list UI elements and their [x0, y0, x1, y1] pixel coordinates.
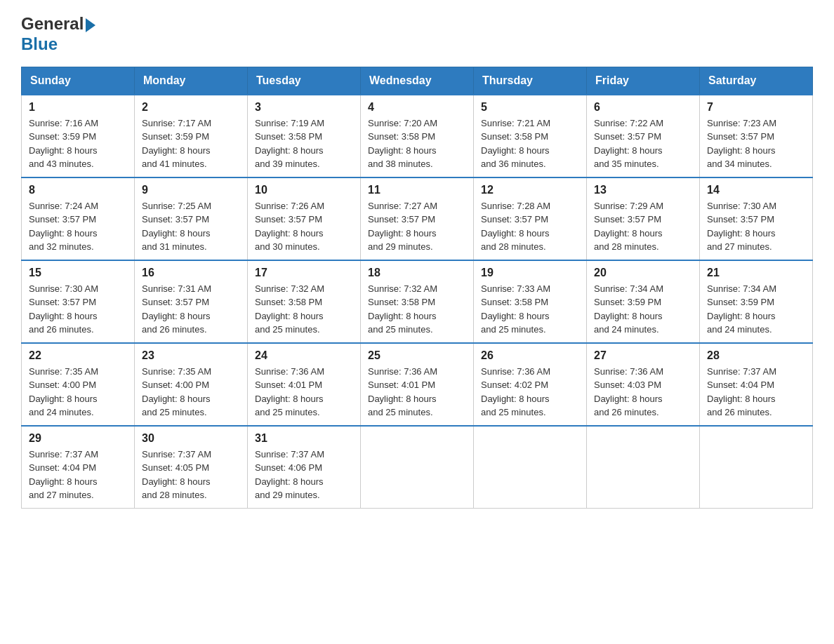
calendar-cell: 8 Sunrise: 7:24 AM Sunset: 3:57 PM Dayli…: [22, 177, 135, 260]
day-info: Sunrise: 7:36 AM Sunset: 4:03 PM Dayligh…: [594, 365, 692, 420]
calendar-cell: 18 Sunrise: 7:32 AM Sunset: 3:58 PM Dayl…: [361, 260, 474, 343]
calendar-cell: [700, 426, 813, 509]
calendar-cell: 15 Sunrise: 7:30 AM Sunset: 3:57 PM Dayl…: [22, 260, 135, 343]
calendar-cell: 4 Sunrise: 7:20 AM Sunset: 3:58 PM Dayli…: [361, 95, 474, 177]
calendar-cell: 27 Sunrise: 7:36 AM Sunset: 4:03 PM Dayl…: [587, 343, 700, 426]
calendar-cell: 2 Sunrise: 7:17 AM Sunset: 3:59 PM Dayli…: [135, 95, 248, 177]
calendar-cell: [587, 426, 700, 509]
day-number: 30: [142, 432, 240, 445]
day-number: 11: [368, 184, 466, 196]
day-number: 15: [29, 267, 127, 279]
day-number: 27: [594, 349, 692, 362]
day-info: Sunrise: 7:32 AM Sunset: 3:58 PM Dayligh…: [255, 282, 353, 337]
day-info: Sunrise: 7:37 AM Sunset: 4:04 PM Dayligh…: [29, 448, 127, 502]
day-number: 13: [594, 184, 692, 196]
day-info: Sunrise: 7:24 AM Sunset: 3:57 PM Dayligh…: [29, 199, 127, 254]
day-info: Sunrise: 7:22 AM Sunset: 3:57 PM Dayligh…: [594, 116, 692, 171]
day-number: 10: [255, 184, 353, 196]
header-wednesday: Wednesday: [361, 67, 474, 95]
calendar-cell: [361, 426, 474, 509]
day-info: Sunrise: 7:34 AM Sunset: 3:59 PM Dayligh…: [594, 282, 692, 337]
day-info: Sunrise: 7:37 AM Sunset: 4:04 PM Dayligh…: [707, 365, 805, 420]
day-info: Sunrise: 7:19 AM Sunset: 3:58 PM Dayligh…: [255, 116, 353, 171]
day-info: Sunrise: 7:36 AM Sunset: 4:01 PM Dayligh…: [368, 365, 466, 420]
header-saturday: Saturday: [700, 67, 813, 95]
calendar-cell: 1 Sunrise: 7:16 AM Sunset: 3:59 PM Dayli…: [22, 95, 135, 177]
logo-general: General: [21, 14, 84, 33]
header-tuesday: Tuesday: [248, 67, 361, 95]
calendar-cell: 12 Sunrise: 7:28 AM Sunset: 3:57 PM Dayl…: [474, 177, 587, 260]
day-number: 4: [368, 101, 466, 114]
calendar-cell: 3 Sunrise: 7:19 AM Sunset: 3:58 PM Dayli…: [248, 95, 361, 177]
day-number: 19: [481, 267, 579, 279]
day-info: Sunrise: 7:21 AM Sunset: 3:58 PM Dayligh…: [481, 116, 579, 171]
day-info: Sunrise: 7:16 AM Sunset: 3:59 PM Dayligh…: [29, 116, 127, 171]
week-row-5: 29 Sunrise: 7:37 AM Sunset: 4:04 PM Dayl…: [22, 426, 813, 509]
calendar-cell: 13 Sunrise: 7:29 AM Sunset: 3:57 PM Dayl…: [587, 177, 700, 260]
day-info: Sunrise: 7:26 AM Sunset: 3:57 PM Dayligh…: [255, 199, 353, 254]
day-info: Sunrise: 7:35 AM Sunset: 4:00 PM Dayligh…: [142, 365, 240, 420]
calendar-cell: 21 Sunrise: 7:34 AM Sunset: 3:59 PM Dayl…: [700, 260, 813, 343]
calendar-cell: 24 Sunrise: 7:36 AM Sunset: 4:01 PM Dayl…: [248, 343, 361, 426]
day-number: 16: [142, 267, 240, 279]
day-number: 25: [368, 349, 466, 362]
calendar-cell: 23 Sunrise: 7:35 AM Sunset: 4:00 PM Dayl…: [135, 343, 248, 426]
day-number: 24: [255, 349, 353, 362]
day-number: 8: [29, 184, 127, 196]
header-friday: Friday: [587, 67, 700, 95]
day-info: Sunrise: 7:32 AM Sunset: 3:58 PM Dayligh…: [368, 282, 466, 337]
day-info: Sunrise: 7:17 AM Sunset: 3:59 PM Dayligh…: [142, 116, 240, 171]
day-number: 7: [707, 101, 805, 114]
calendar-cell: 29 Sunrise: 7:37 AM Sunset: 4:04 PM Dayl…: [22, 426, 135, 509]
week-row-3: 15 Sunrise: 7:30 AM Sunset: 3:57 PM Dayl…: [22, 260, 813, 343]
day-number: 5: [481, 101, 579, 114]
calendar-cell: 6 Sunrise: 7:22 AM Sunset: 3:57 PM Dayli…: [587, 95, 700, 177]
calendar-cell: 7 Sunrise: 7:23 AM Sunset: 3:57 PM Dayli…: [700, 95, 813, 177]
logo-triangle-icon: [86, 18, 95, 32]
calendar-table: Sunday Monday Tuesday Wednesday Thursday…: [21, 67, 813, 509]
calendar-cell: 16 Sunrise: 7:31 AM Sunset: 3:57 PM Dayl…: [135, 260, 248, 343]
calendar-cell: 28 Sunrise: 7:37 AM Sunset: 4:04 PM Dayl…: [700, 343, 813, 426]
calendar-cell: 30 Sunrise: 7:37 AM Sunset: 4:05 PM Dayl…: [135, 426, 248, 509]
day-info: Sunrise: 7:23 AM Sunset: 3:57 PM Dayligh…: [707, 116, 805, 171]
calendar-cell: [474, 426, 587, 509]
day-info: Sunrise: 7:36 AM Sunset: 4:02 PM Dayligh…: [481, 365, 579, 420]
day-number: 14: [707, 184, 805, 196]
day-number: 3: [255, 101, 353, 114]
calendar-cell: 20 Sunrise: 7:34 AM Sunset: 3:59 PM Dayl…: [587, 260, 700, 343]
calendar-cell: 5 Sunrise: 7:21 AM Sunset: 3:58 PM Dayli…: [474, 95, 587, 177]
logo: General Blue: [21, 14, 98, 54]
header-monday: Monday: [135, 67, 248, 95]
day-number: 29: [29, 432, 127, 445]
day-number: 9: [142, 184, 240, 196]
day-number: 12: [481, 184, 579, 196]
day-number: 21: [707, 267, 805, 279]
day-info: Sunrise: 7:30 AM Sunset: 3:57 PM Dayligh…: [707, 199, 805, 254]
day-info: Sunrise: 7:33 AM Sunset: 3:58 PM Dayligh…: [481, 282, 579, 337]
calendar-cell: 26 Sunrise: 7:36 AM Sunset: 4:02 PM Dayl…: [474, 343, 587, 426]
day-info: Sunrise: 7:28 AM Sunset: 3:57 PM Dayligh…: [481, 199, 579, 254]
week-row-4: 22 Sunrise: 7:35 AM Sunset: 4:00 PM Dayl…: [22, 343, 813, 426]
day-number: 22: [29, 349, 127, 362]
day-info: Sunrise: 7:29 AM Sunset: 3:57 PM Dayligh…: [594, 199, 692, 254]
day-number: 20: [594, 267, 692, 279]
day-info: Sunrise: 7:37 AM Sunset: 4:06 PM Dayligh…: [255, 448, 353, 502]
calendar-cell: 22 Sunrise: 7:35 AM Sunset: 4:00 PM Dayl…: [22, 343, 135, 426]
day-info: Sunrise: 7:36 AM Sunset: 4:01 PM Dayligh…: [255, 365, 353, 420]
day-number: 31: [255, 432, 353, 445]
day-info: Sunrise: 7:30 AM Sunset: 3:57 PM Dayligh…: [29, 282, 127, 337]
day-info: Sunrise: 7:31 AM Sunset: 3:57 PM Dayligh…: [142, 282, 240, 337]
week-row-2: 8 Sunrise: 7:24 AM Sunset: 3:57 PM Dayli…: [22, 177, 813, 260]
day-info: Sunrise: 7:27 AM Sunset: 3:57 PM Dayligh…: [368, 199, 466, 254]
week-row-1: 1 Sunrise: 7:16 AM Sunset: 3:59 PM Dayli…: [22, 95, 813, 177]
calendar-cell: 25 Sunrise: 7:36 AM Sunset: 4:01 PM Dayl…: [361, 343, 474, 426]
day-number: 6: [594, 101, 692, 114]
calendar-cell: 11 Sunrise: 7:27 AM Sunset: 3:57 PM Dayl…: [361, 177, 474, 260]
day-number: 1: [29, 101, 127, 114]
day-number: 28: [707, 349, 805, 362]
day-info: Sunrise: 7:37 AM Sunset: 4:05 PM Dayligh…: [142, 448, 240, 502]
day-number: 18: [368, 267, 466, 279]
day-info: Sunrise: 7:20 AM Sunset: 3:58 PM Dayligh…: [368, 116, 466, 171]
calendar-cell: 10 Sunrise: 7:26 AM Sunset: 3:57 PM Dayl…: [248, 177, 361, 260]
day-number: 17: [255, 267, 353, 279]
